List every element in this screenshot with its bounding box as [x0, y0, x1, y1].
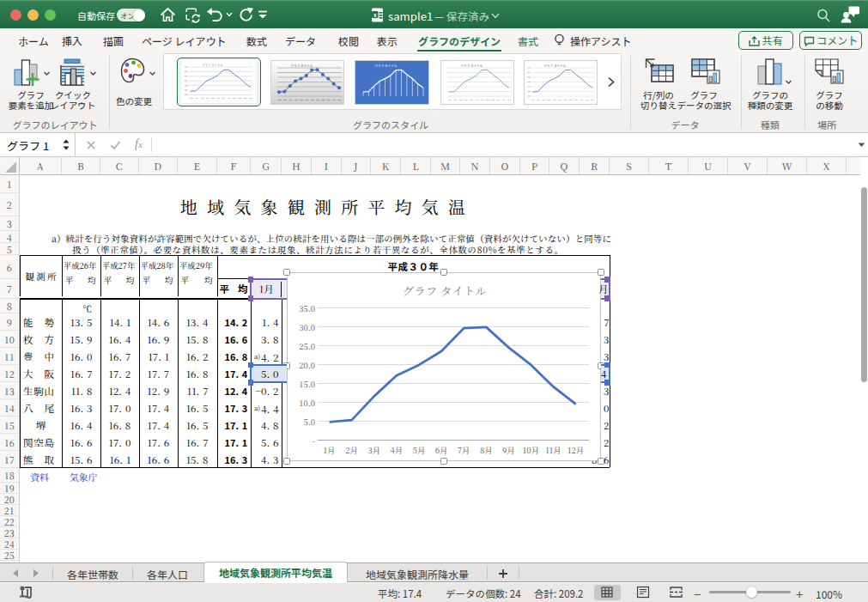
svg-text:x: x	[373, 12, 377, 18]
